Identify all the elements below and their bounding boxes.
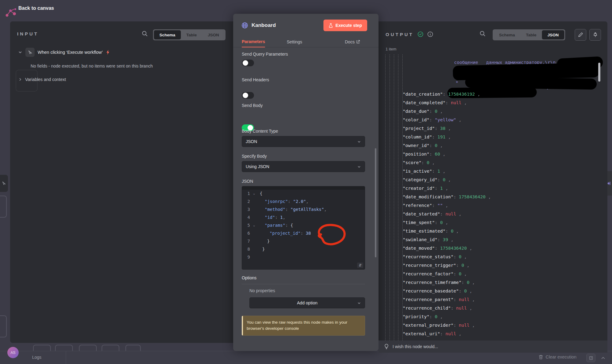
cursor-arrow-icon xyxy=(28,50,32,55)
chevron-up-icon[interactable] xyxy=(601,356,605,359)
output-json-view[interactable]: сообщение данных администратору.\r\n * n… xyxy=(379,42,607,340)
chevron-down-icon xyxy=(357,140,361,144)
cursor-arrow-icon xyxy=(2,181,6,186)
node-tabs: Parameters Settings Docs xyxy=(233,36,379,47)
json-row: "recurrence_factor": 0 , xyxy=(403,270,491,278)
bottom-bar-divider xyxy=(66,351,66,364)
output-scrollbar[interactable] xyxy=(598,63,600,82)
json-row: "recurrence_status": 0 , xyxy=(403,252,491,261)
send-query-params-toggle[interactable] xyxy=(242,60,254,66)
trash-icon xyxy=(539,355,543,359)
send-headers-toggle[interactable] xyxy=(242,92,254,99)
indent-guide xyxy=(398,54,398,340)
json-row: "color_id": "yellow" , xyxy=(403,116,491,124)
indent-guide xyxy=(394,54,394,340)
external-link-icon xyxy=(356,40,360,44)
json-field-label: JSON xyxy=(242,179,253,184)
json-row: "recurrence_timeframe": 0 , xyxy=(403,278,491,287)
json-row: "date_moved": 1758436420 , xyxy=(403,244,491,252)
indent-guide xyxy=(390,54,390,340)
input-view-switcher: Schema Table JSON xyxy=(153,29,226,40)
output-json-rows: "date_creation": 1758436192 , "date_comp… xyxy=(403,90,491,340)
node-title: Kanboard xyxy=(252,22,276,28)
clear-execution-button[interactable]: Clear execution xyxy=(539,355,577,359)
wish-label: I wish this node would... xyxy=(393,344,438,349)
output-tab-table[interactable]: Table xyxy=(521,30,542,39)
input-panel-title: INPUT xyxy=(17,31,39,36)
body-content-type-select[interactable]: JSON xyxy=(242,136,365,147)
developer-console-notice: You can view the raw requests this node … xyxy=(242,316,365,336)
canvas-node-ghost xyxy=(0,196,7,218)
json-row: "external_provider": null , xyxy=(403,321,491,329)
canvas-node-ghost xyxy=(0,315,7,337)
input-tab-table[interactable]: Table xyxy=(181,30,202,39)
json-row: "score": 0 , xyxy=(403,158,491,167)
json-row: "date_due": 0 , xyxy=(403,107,491,116)
n8n-logo-icon xyxy=(5,8,18,20)
logs-label[interactable]: Logs xyxy=(32,355,41,360)
send-query-params-label: Send Query Parameters xyxy=(242,52,288,57)
add-option-button[interactable]: Add option xyxy=(249,297,365,308)
options-empty-text: No properties xyxy=(249,288,275,293)
left-panel-handle[interactable] xyxy=(0,175,8,192)
input-search-icon[interactable] xyxy=(142,31,148,37)
json-row: "recurrence_child": null , xyxy=(403,304,491,312)
json-row: "owner_id": 0 , xyxy=(403,141,491,150)
panel-scrollbar[interactable] xyxy=(375,148,376,257)
logs-bar xyxy=(0,351,612,364)
options-section-title: Options xyxy=(242,275,256,280)
input-tab-json[interactable]: JSON xyxy=(202,30,225,39)
success-check-icon xyxy=(417,31,424,37)
specify-body-select[interactable]: Using JSON xyxy=(242,161,365,172)
edit-output-button[interactable] xyxy=(575,29,586,41)
globe-icon xyxy=(241,22,248,29)
json-row: "date_started": null , xyxy=(403,210,491,218)
pencil-icon xyxy=(578,32,583,37)
flask-icon xyxy=(329,23,333,28)
output-view-switcher: Schema Table JSON xyxy=(493,29,565,40)
canvas-node-ghost xyxy=(16,70,38,92)
json-row: "reference": "" , xyxy=(403,201,491,210)
popout-icon xyxy=(589,356,593,360)
output-tab-json[interactable]: JSON xyxy=(542,30,564,39)
input-trigger-row[interactable]: When clicking ‘Execute workflow’ xyxy=(18,48,110,57)
tab-settings[interactable]: Settings xyxy=(287,36,302,47)
back-to-canvas-link[interactable]: Back to canvas xyxy=(18,6,54,11)
input-tab-schema[interactable]: Schema xyxy=(154,30,181,39)
json-row: "category_id": 0 , xyxy=(403,175,491,184)
json-row: "recurrence_parent": null , xyxy=(403,295,491,304)
json-row: "project_id": 38 , xyxy=(403,124,491,133)
wish-bar[interactable]: I wish this node would... xyxy=(379,340,607,353)
node-detail-panel: Kanboard Execute step Parameters Setting… xyxy=(233,14,379,351)
json-row: "time_spent": 0 , xyxy=(403,218,491,227)
trigger-node-label: When clicking ‘Execute workflow’ xyxy=(38,50,103,55)
tab-docs[interactable]: Docs xyxy=(345,36,360,47)
user-avatar[interactable]: AS xyxy=(7,347,19,358)
json-code-editor[interactable]: 1⌄{ 2"jsonrpc": "2.0", 3"method": "getAl… xyxy=(242,186,365,270)
json-row: "date_creation": 1758436192 , xyxy=(403,90,491,98)
indent-guide xyxy=(385,54,386,340)
body-content-type-label: Body Content Type xyxy=(242,129,278,134)
send-headers-label: Send Headers xyxy=(242,77,269,82)
info-icon[interactable] xyxy=(427,31,433,37)
chevron-down-icon[interactable] xyxy=(18,50,22,54)
editor-expand-icon[interactable]: ⇵ xyxy=(357,263,363,268)
json-row: "recurrence_basedate": 0 , xyxy=(403,287,491,295)
json-row: "creator_id": 1 , xyxy=(403,184,491,193)
output-panel-title: OUTPUT xyxy=(386,32,414,37)
options-divider xyxy=(242,284,365,284)
json-row: "column_id": 191 , xyxy=(403,133,491,141)
json-row: "swimlane_id": 39 , xyxy=(403,235,491,244)
tab-parameters[interactable]: Parameters xyxy=(242,36,265,47)
json-row: "time_estimated": 0 , xyxy=(403,227,491,235)
chevron-down-icon xyxy=(357,165,361,169)
chevron-down-icon xyxy=(357,301,361,305)
open-logs-button[interactable] xyxy=(586,354,595,362)
json-row: "priority": 0 , xyxy=(403,312,491,321)
lightning-bolt-icon xyxy=(106,50,110,55)
output-search-icon[interactable] xyxy=(480,31,486,37)
output-tab-schema[interactable]: Schema xyxy=(494,30,521,39)
pin-data-button[interactable] xyxy=(589,29,601,41)
execute-step-button[interactable]: Execute step xyxy=(323,20,367,31)
input-empty-message: No fields - node executed, but no items … xyxy=(31,64,153,68)
